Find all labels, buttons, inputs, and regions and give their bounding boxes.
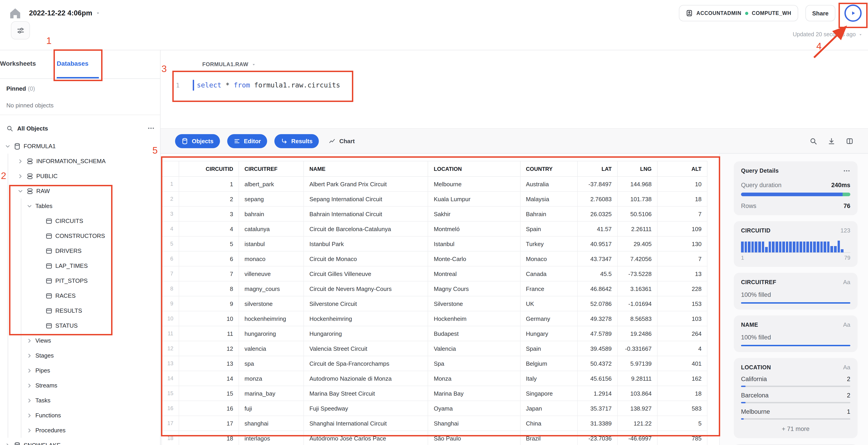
table-row[interactable]: 11albert_parkAlbert Park Grand Prix Circ… xyxy=(162,176,707,192)
column-header-name[interactable]: NAME xyxy=(304,161,428,176)
chart-icon xyxy=(329,138,336,144)
tree-item-stages[interactable]: Stages xyxy=(0,348,160,363)
tree-item-results[interactable]: RESULTS xyxy=(0,303,160,318)
table-row[interactable]: 22sepangSepang International CircuitKual… xyxy=(162,192,707,206)
histogram-bar xyxy=(758,242,761,252)
column-header-circuitid[interactable]: CIRCUITID xyxy=(179,161,239,176)
ellipsis-icon[interactable] xyxy=(147,125,155,132)
tree-item-lap_times[interactable]: LAP_TIMES xyxy=(0,258,160,273)
chev-right-icon xyxy=(26,382,33,388)
columns-icon[interactable] xyxy=(846,137,854,145)
search-results-icon[interactable] xyxy=(809,137,817,145)
run-button[interactable] xyxy=(843,4,864,22)
tree-item-circuits[interactable]: CIRCUITS xyxy=(0,213,160,229)
cell: 7 xyxy=(657,251,707,266)
table-icon xyxy=(45,232,53,239)
table-row[interactable]: 88magny_coursCircuit de Nevers Magny-Cou… xyxy=(162,281,707,296)
tree-item-snowflake[interactable]: SNOWFLAKE xyxy=(0,438,160,445)
table-row[interactable]: 1111hungaroringHungaroringBudapestHungar… xyxy=(162,326,707,341)
tree-item-status[interactable]: STATUS xyxy=(0,318,160,333)
text-type-badge: Aa xyxy=(843,364,850,371)
cell: 12 xyxy=(179,341,239,356)
tree-item-public[interactable]: PUBLIC xyxy=(0,169,160,183)
table-row[interactable]: 1616fujiFuji SpeedwayOyamaJapan35.371713… xyxy=(162,401,707,416)
cell: Circuit Gilles Villeneuve xyxy=(304,266,428,281)
tree-item-drivers[interactable]: DRIVERS xyxy=(0,243,160,258)
tree-item-races[interactable]: RACES xyxy=(0,288,160,303)
tree-item-views[interactable]: Views xyxy=(0,333,160,348)
filters-button[interactable] xyxy=(11,21,30,39)
worksheet-title[interactable]: 2022-12-22 4:06pm xyxy=(29,9,92,17)
line-number: 1 xyxy=(160,81,180,89)
share-button[interactable]: Share xyxy=(805,5,835,21)
cell: albert_park xyxy=(239,176,304,192)
column-header-lat[interactable]: LAT xyxy=(577,161,617,176)
sidebar-tab-databases[interactable]: Databases xyxy=(57,60,88,67)
card-title: Query Details xyxy=(741,168,779,174)
table-row[interactable]: 1313spaCircuit de Spa-FrancorchampsSpaBe… xyxy=(162,356,707,371)
view-tab-chart[interactable]: Chart xyxy=(326,134,358,148)
annotation-number-1: 1 xyxy=(46,35,52,46)
editor-context-selector[interactable]: FORMULA1.RAW xyxy=(202,61,255,68)
home-icon[interactable] xyxy=(9,7,21,19)
row-number: 4 xyxy=(162,221,179,236)
cell: 10 xyxy=(657,176,707,192)
tree-item-formula1[interactable]: FORMULA1 xyxy=(0,139,160,153)
view-tab-results[interactable]: Results xyxy=(275,134,319,148)
table-row[interactable]: 1818interlagosAutódromo José Carlos Pace… xyxy=(162,431,707,445)
column-header-location[interactable]: LOCATION xyxy=(428,161,520,176)
tree-item-procedures[interactable]: Procedures xyxy=(0,423,160,438)
cell: 50.5106 xyxy=(617,206,657,221)
table-row[interactable]: 55istanbulIstanbul ParkIstanbulTurkey40.… xyxy=(162,236,707,251)
view-tab-objects[interactable]: Objects xyxy=(175,134,220,148)
row-number: 12 xyxy=(162,341,179,356)
sliders-icon xyxy=(17,27,24,34)
view-tab-editor[interactable]: Editor xyxy=(227,134,267,148)
cell: 2.76083 xyxy=(577,192,617,206)
table-row[interactable]: 1414monzaAutodromo Nazionale di MonzaMon… xyxy=(162,371,707,386)
ellipsis-icon[interactable] xyxy=(843,167,850,174)
table-row[interactable]: 1212valenciaValencia Street CircuitValen… xyxy=(162,341,707,356)
table-row[interactable]: 1515marina_bayMarina Bay Street CircuitM… xyxy=(162,386,707,401)
tree-item-functions[interactable]: Functions xyxy=(0,408,160,423)
cell: 264 xyxy=(657,326,707,341)
table-row[interactable]: 1010hockenheimringHockenheimringHockenhe… xyxy=(162,311,707,326)
table-row[interactable]: 44catalunyaCircuit de Barcelona-Cataluny… xyxy=(162,221,707,236)
row-number: 13 xyxy=(162,356,179,371)
updated-status[interactable]: Updated 20 seconds ago xyxy=(793,31,863,38)
search-icon xyxy=(6,125,13,132)
tree-item-pipes[interactable]: Pipes xyxy=(0,363,160,378)
column-header-country[interactable]: COUNTRY xyxy=(520,161,577,176)
role-warehouse-selector[interactable]: ACCOUNTADMIN COMPUTE_WH xyxy=(679,5,798,21)
histogram-bar xyxy=(807,242,809,252)
column-stats-card-location: LOCATION Aa California2Barcelona2Melbour… xyxy=(734,358,858,438)
tree-item-tables[interactable]: Tables xyxy=(0,199,160,213)
caret-down-icon[interactable] xyxy=(95,11,100,15)
code-line[interactable]: 1 select * from formula1.raw.circuits xyxy=(160,78,340,92)
column-header-alt[interactable]: ALT xyxy=(657,161,707,176)
table-row[interactable]: 77villeneuveCircuit Gilles VilleneuveMon… xyxy=(162,266,707,281)
download-icon[interactable] xyxy=(828,137,835,145)
card-title: CIRCUITREF xyxy=(741,279,776,285)
numeric-type-badge: 123 xyxy=(841,227,850,234)
table-row[interactable]: 99silverstoneSilverstone CircuitSilverst… xyxy=(162,296,707,311)
cell: 103.864 xyxy=(617,386,657,401)
show-more-values[interactable]: + 71 more xyxy=(741,425,850,432)
table-row[interactable]: 66monacoCircuit de MonacoMonte-CarloMona… xyxy=(162,251,707,266)
tree-item-information_schema[interactable]: INFORMATION_SCHEMA xyxy=(0,153,160,169)
column-header-circuitref[interactable]: CIRCUITREF xyxy=(239,161,304,176)
column-header-lng[interactable]: LNG xyxy=(617,161,657,176)
tree-item-streams[interactable]: Streams xyxy=(0,378,160,393)
tree-item-tasks[interactable]: Tasks xyxy=(0,393,160,408)
sidebar-tab-worksheets[interactable]: Worksheets xyxy=(0,60,36,67)
tree-item-constructors[interactable]: CONSTRUCTORS xyxy=(0,229,160,243)
row-number: 7 xyxy=(162,266,179,281)
table-row[interactable]: 1717shanghaiShanghai International Circu… xyxy=(162,416,707,431)
tree-item-pit_stops[interactable]: PIT_STOPS xyxy=(0,273,160,288)
cell: 144.968 xyxy=(617,176,657,192)
row-number: 9 xyxy=(162,296,179,311)
tree-item-raw[interactable]: RAW xyxy=(0,183,160,199)
text-type-badge: Aa xyxy=(843,321,850,328)
object-search[interactable]: All Objects xyxy=(6,122,155,135)
table-row[interactable]: 33bahrainBahrain International CircuitSa… xyxy=(162,206,707,221)
